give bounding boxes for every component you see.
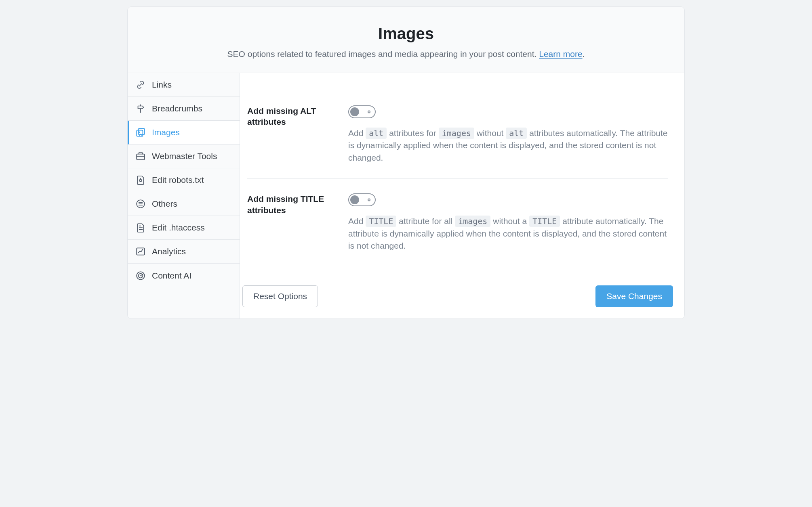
link-icon (135, 79, 146, 90)
settings-sidebar: LinksBreadcrumbsImagesWebmaster ToolsEdi… (128, 73, 240, 318)
sidebar-item-label: Edit .htaccess (152, 223, 205, 233)
sidebar-item-htaccess[interactable]: Edit .htaccess (128, 216, 240, 240)
code-chip: TITLE (529, 216, 560, 227)
file-lines-icon (135, 222, 146, 233)
sidebar-item-label: Edit robots.txt (152, 175, 204, 185)
images-icon (135, 127, 146, 138)
sidebar-item-label: Images (152, 128, 180, 137)
sidebar-item-label: Webmaster Tools (152, 151, 217, 161)
setting-body-alt: Add alt attributes for images without al… (348, 105, 668, 164)
radar-icon (135, 270, 146, 281)
chart-icon (135, 246, 146, 257)
svg-point-9 (141, 277, 142, 277)
setting-description-alt: Add alt attributes for images without al… (348, 127, 668, 164)
settings-area: Add missing ALT attributes Add alt attri… (240, 73, 684, 275)
setting-row-alt: Add missing ALT attributes Add alt attri… (247, 96, 668, 178)
page-subtitle: SEO options related to featured images a… (144, 49, 668, 59)
svg-point-2 (138, 132, 139, 133)
toggle-alt[interactable] (348, 105, 376, 118)
sidebar-item-webmaster[interactable]: Webmaster Tools (128, 145, 240, 168)
sidebar-item-label: Breadcrumbs (152, 104, 202, 113)
setting-row-title: Add missing TITLE attributes Add TITLE a… (247, 178, 668, 266)
toggle-knob (350, 195, 359, 204)
save-changes-button[interactable]: Save Changes (595, 285, 673, 307)
page-title: Images (144, 25, 668, 43)
setting-description-title: Add TITLE attribute for all images witho… (348, 215, 668, 252)
toggle-title[interactable] (348, 193, 376, 206)
panel-footer: Reset Options Save Changes (240, 275, 684, 318)
setting-body-title: Add TITLE attribute for all images witho… (348, 193, 668, 252)
sidebar-item-label: Links (152, 80, 172, 90)
sidebar-item-others[interactable]: Others (128, 192, 240, 216)
sidebar-item-contentai[interactable]: Content AI (128, 264, 240, 287)
sidebar-item-links[interactable]: Links (128, 73, 240, 97)
settings-content: Add missing ALT attributes Add alt attri… (240, 73, 684, 318)
briefcase-icon (135, 151, 146, 162)
toggle-off-indicator (368, 111, 370, 113)
code-chip: images (455, 216, 490, 227)
panel-header: Images SEO options related to featured i… (128, 7, 684, 73)
sidebar-item-robots[interactable]: Edit robots.txt (128, 168, 240, 192)
code-chip: alt (506, 128, 527, 139)
code-chip: alt (366, 128, 387, 139)
toggle-knob (350, 107, 359, 116)
setting-label-alt: Add missing ALT attributes (247, 105, 343, 164)
robots-file-icon (135, 174, 146, 186)
sidebar-item-images[interactable]: Images (128, 121, 240, 145)
sidebar-item-label: Analytics (152, 247, 186, 256)
settings-panel: Images SEO options related to featured i… (127, 6, 685, 319)
sidebar-item-label: Content AI (152, 271, 191, 281)
list-circle-icon (135, 198, 146, 210)
code-chip: TITLE (366, 216, 396, 227)
reset-options-button[interactable]: Reset Options (242, 285, 318, 307)
signpost-icon (135, 103, 146, 114)
toggle-off-indicator (368, 199, 370, 201)
sidebar-item-breadcrumbs[interactable]: Breadcrumbs (128, 97, 240, 121)
sidebar-item-analytics[interactable]: Analytics (128, 240, 240, 264)
panel-body: LinksBreadcrumbsImagesWebmaster ToolsEdi… (128, 73, 684, 318)
learn-more-link[interactable]: Learn more (539, 49, 582, 59)
setting-label-title: Add missing TITLE attributes (247, 193, 343, 252)
code-chip: images (439, 128, 474, 139)
sidebar-item-label: Others (152, 199, 177, 209)
